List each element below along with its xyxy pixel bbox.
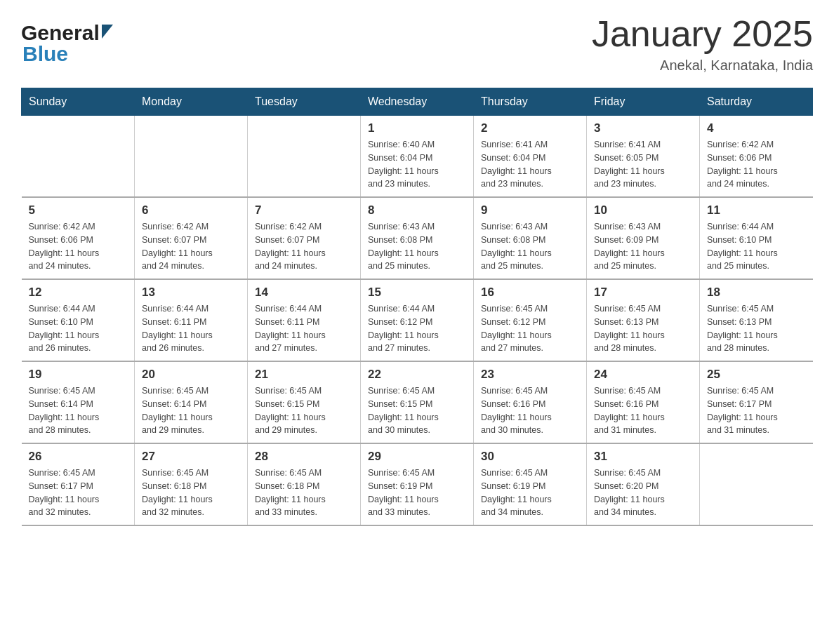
day-number: 22: [368, 368, 466, 382]
day-number: 31: [594, 450, 692, 464]
calendar-table: Sunday Monday Tuesday Wednesday Thursday…: [21, 88, 813, 526]
day-number: 9: [481, 203, 579, 217]
day-number: 11: [707, 203, 806, 217]
calendar-cell: 6Sunrise: 6:42 AMSunset: 6:07 PMDaylight…: [135, 197, 248, 279]
calendar-cell: 3Sunrise: 6:41 AMSunset: 6:05 PMDaylight…: [587, 116, 700, 198]
calendar-cell: 8Sunrise: 6:43 AMSunset: 6:08 PMDaylight…: [361, 197, 474, 279]
calendar-cell: 30Sunrise: 6:45 AMSunset: 6:19 PMDayligh…: [474, 443, 587, 525]
day-number: 21: [255, 368, 353, 382]
calendar-cell: 16Sunrise: 6:45 AMSunset: 6:12 PMDayligh…: [474, 279, 587, 361]
calendar-cell: 13Sunrise: 6:44 AMSunset: 6:11 PMDayligh…: [135, 279, 248, 361]
day-info: Sunrise: 6:45 AMSunset: 6:12 PMDaylight:…: [481, 302, 579, 355]
calendar-cell: 18Sunrise: 6:45 AMSunset: 6:13 PMDayligh…: [700, 279, 813, 361]
day-info: Sunrise: 6:42 AMSunset: 6:06 PMDaylight:…: [29, 220, 128, 273]
calendar-cell: 31Sunrise: 6:45 AMSunset: 6:20 PMDayligh…: [587, 443, 700, 525]
day-info: Sunrise: 6:41 AMSunset: 6:05 PMDaylight:…: [594, 138, 692, 191]
calendar-cell: 20Sunrise: 6:45 AMSunset: 6:14 PMDayligh…: [135, 361, 248, 443]
calendar-cell: 23Sunrise: 6:45 AMSunset: 6:16 PMDayligh…: [474, 361, 587, 443]
calendar-header: Sunday Monday Tuesday Wednesday Thursday…: [22, 88, 813, 116]
day-info: Sunrise: 6:45 AMSunset: 6:19 PMDaylight:…: [368, 467, 466, 519]
calendar-cell: 10Sunrise: 6:43 AMSunset: 6:09 PMDayligh…: [587, 197, 700, 279]
day-number: 28: [255, 450, 353, 464]
day-number: 13: [142, 286, 240, 300]
day-info: Sunrise: 6:45 AMSunset: 6:14 PMDaylight:…: [142, 384, 240, 437]
calendar-cell: 7Sunrise: 6:42 AMSunset: 6:07 PMDaylight…: [248, 197, 361, 279]
calendar-cell: 26Sunrise: 6:45 AMSunset: 6:17 PMDayligh…: [22, 443, 135, 525]
day-info: Sunrise: 6:44 AMSunset: 6:11 PMDaylight:…: [142, 302, 240, 355]
day-number: 19: [29, 368, 128, 382]
day-number: 30: [481, 450, 579, 464]
calendar-cell: [135, 116, 248, 198]
day-number: 25: [707, 368, 806, 382]
day-number: 16: [481, 286, 579, 300]
day-info: Sunrise: 6:45 AMSunset: 6:15 PMDaylight:…: [368, 384, 466, 437]
header-thursday: Thursday: [474, 88, 587, 116]
logo-general-text: General: [21, 21, 100, 45]
location-subtitle: Anekal, Karnataka, India: [592, 58, 813, 74]
day-number: 24: [594, 368, 692, 382]
day-number: 2: [481, 121, 579, 135]
calendar-cell: 19Sunrise: 6:45 AMSunset: 6:14 PMDayligh…: [22, 361, 135, 443]
calendar-week-row: 19Sunrise: 6:45 AMSunset: 6:14 PMDayligh…: [22, 361, 813, 443]
day-number: 5: [29, 203, 128, 217]
day-info: Sunrise: 6:43 AMSunset: 6:08 PMDaylight:…: [481, 220, 579, 273]
day-info: Sunrise: 6:44 AMSunset: 6:10 PMDaylight:…: [29, 302, 128, 355]
day-info: Sunrise: 6:44 AMSunset: 6:12 PMDaylight:…: [368, 302, 466, 355]
day-number: 23: [481, 368, 579, 382]
day-info: Sunrise: 6:42 AMSunset: 6:07 PMDaylight:…: [255, 220, 353, 273]
calendar-cell: 14Sunrise: 6:44 AMSunset: 6:11 PMDayligh…: [248, 279, 361, 361]
calendar-week-row: 12Sunrise: 6:44 AMSunset: 6:10 PMDayligh…: [22, 279, 813, 361]
calendar-cell: 24Sunrise: 6:45 AMSunset: 6:16 PMDayligh…: [587, 361, 700, 443]
calendar-cell: 22Sunrise: 6:45 AMSunset: 6:15 PMDayligh…: [361, 361, 474, 443]
day-number: 8: [368, 203, 466, 217]
header-friday: Friday: [587, 88, 700, 116]
day-info: Sunrise: 6:42 AMSunset: 6:07 PMDaylight:…: [142, 220, 240, 273]
calendar-cell: 15Sunrise: 6:44 AMSunset: 6:12 PMDayligh…: [361, 279, 474, 361]
day-info: Sunrise: 6:44 AMSunset: 6:11 PMDaylight:…: [255, 302, 353, 355]
calendar-week-row: 5Sunrise: 6:42 AMSunset: 6:06 PMDaylight…: [22, 197, 813, 279]
calendar-cell: 11Sunrise: 6:44 AMSunset: 6:10 PMDayligh…: [700, 197, 813, 279]
calendar-cell: [248, 116, 361, 198]
day-number: 4: [707, 121, 806, 135]
day-info: Sunrise: 6:45 AMSunset: 6:15 PMDaylight:…: [255, 384, 353, 437]
day-number: 3: [594, 121, 692, 135]
logo-triangle-icon: [102, 25, 113, 39]
calendar-cell: 12Sunrise: 6:44 AMSunset: 6:10 PMDayligh…: [22, 279, 135, 361]
header-tuesday: Tuesday: [248, 88, 361, 116]
calendar-cell: 2Sunrise: 6:41 AMSunset: 6:04 PMDaylight…: [474, 116, 587, 198]
calendar-cell: 17Sunrise: 6:45 AMSunset: 6:13 PMDayligh…: [587, 279, 700, 361]
calendar-cell: 25Sunrise: 6:45 AMSunset: 6:17 PMDayligh…: [700, 361, 813, 443]
day-info: Sunrise: 6:45 AMSunset: 6:18 PMDaylight:…: [255, 467, 353, 519]
day-info: Sunrise: 6:45 AMSunset: 6:14 PMDaylight:…: [29, 384, 128, 437]
calendar-cell: [700, 443, 813, 525]
day-info: Sunrise: 6:45 AMSunset: 6:13 PMDaylight:…: [594, 302, 692, 355]
header-wednesday: Wednesday: [361, 88, 474, 116]
day-info: Sunrise: 6:45 AMSunset: 6:19 PMDaylight:…: [481, 467, 579, 519]
header-monday: Monday: [135, 88, 248, 116]
day-info: Sunrise: 6:43 AMSunset: 6:09 PMDaylight:…: [594, 220, 692, 273]
day-info: Sunrise: 6:40 AMSunset: 6:04 PMDaylight:…: [368, 138, 466, 191]
day-info: Sunrise: 6:45 AMSunset: 6:20 PMDaylight:…: [594, 467, 692, 519]
day-number: 14: [255, 286, 353, 300]
day-number: 12: [29, 286, 128, 300]
calendar-cell: 29Sunrise: 6:45 AMSunset: 6:19 PMDayligh…: [361, 443, 474, 525]
day-info: Sunrise: 6:45 AMSunset: 6:17 PMDaylight:…: [29, 467, 128, 519]
calendar-week-row: 1Sunrise: 6:40 AMSunset: 6:04 PMDaylight…: [22, 116, 813, 198]
day-info: Sunrise: 6:42 AMSunset: 6:06 PMDaylight:…: [707, 138, 806, 191]
calendar-cell: 1Sunrise: 6:40 AMSunset: 6:04 PMDaylight…: [361, 116, 474, 198]
logo-blue-text: Blue: [22, 42, 68, 66]
calendar-body: 1Sunrise: 6:40 AMSunset: 6:04 PMDaylight…: [22, 116, 813, 526]
day-info: Sunrise: 6:45 AMSunset: 6:16 PMDaylight:…: [481, 384, 579, 437]
day-info: Sunrise: 6:43 AMSunset: 6:08 PMDaylight:…: [368, 220, 466, 273]
title-section: January 2025 Anekal, Karnataka, India: [592, 14, 813, 74]
calendar-cell: 28Sunrise: 6:45 AMSunset: 6:18 PMDayligh…: [248, 443, 361, 525]
calendar-cell: 9Sunrise: 6:43 AMSunset: 6:08 PMDaylight…: [474, 197, 587, 279]
day-number: 15: [368, 286, 466, 300]
day-number: 1: [368, 121, 466, 135]
calendar-week-row: 26Sunrise: 6:45 AMSunset: 6:17 PMDayligh…: [22, 443, 813, 525]
header-saturday: Saturday: [700, 88, 813, 116]
calendar-cell: [22, 116, 135, 198]
day-number: 7: [255, 203, 353, 217]
day-number: 29: [368, 450, 466, 464]
day-info: Sunrise: 6:45 AMSunset: 6:18 PMDaylight:…: [142, 467, 240, 519]
